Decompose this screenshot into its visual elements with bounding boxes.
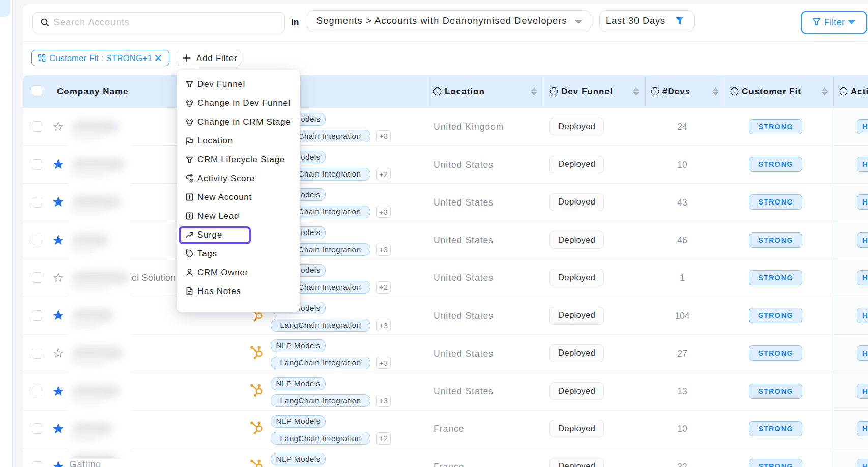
svg-text:i: i	[554, 89, 555, 94]
svg-text:i: i	[734, 89, 736, 94]
svg-text:i: i	[655, 89, 656, 94]
svg-text:i: i	[843, 89, 845, 94]
svg-text:i: i	[437, 89, 439, 94]
